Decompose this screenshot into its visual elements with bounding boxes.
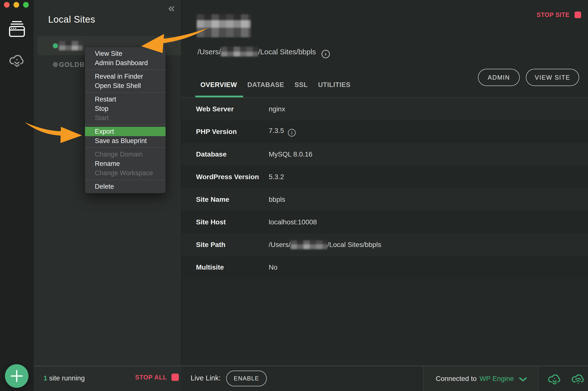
stop-site-button[interactable]: STOP SITE (537, 11, 581, 18)
row-value: 5.3.2 (269, 173, 284, 181)
view-site-button[interactable]: VIEW SITE (526, 69, 579, 86)
row-label: Site Path (196, 241, 225, 249)
live-link-label: Live Link: (191, 374, 221, 382)
site-title-redacted (197, 14, 251, 37)
row-label: Web Server (196, 105, 234, 113)
row-label: Site Host (196, 218, 226, 226)
app-sidebar (0, 0, 34, 391)
zoom-window-button[interactable] (23, 2, 29, 8)
row-value: bbpls (269, 196, 285, 203)
menu-item-save-as-blueprint[interactable]: Save as Blueprint (85, 136, 165, 145)
site-tabs: OVERVIEW DATABASE SSL UTILITIES (200, 81, 351, 96)
menu-item-restart[interactable]: Restart (85, 95, 165, 104)
path-suffix: /Local Sites/bbpls (258, 48, 316, 56)
menu-item-delete[interactable]: Delete (85, 182, 165, 191)
menu-item-export[interactable]: Export (85, 127, 165, 136)
connected-prefix: Connected to (436, 375, 477, 383)
site-context-menu: View Site Admin Dashboard Reveal in Find… (85, 47, 166, 194)
sites-footer-bar: 1 site running STOP ALL (34, 366, 181, 391)
menu-item-reveal-in-finder[interactable]: Reveal in Finder (85, 72, 165, 81)
menu-item-change-domain: Change Domain (85, 150, 165, 159)
overview-table: Web Server nginx PHP Version 7.3.5i Data… (181, 98, 588, 279)
running-text: site running (47, 374, 85, 382)
row-value: localhost:10008 (269, 218, 317, 226)
connect-nav-icon[interactable] (9, 52, 25, 68)
menu-item-open-site-shell[interactable]: Open Site Shell (85, 81, 165, 91)
site-detail-content: STOP SITE /Users//Local Sites/bbpls › OV… (181, 0, 588, 391)
site-name-redacted (59, 41, 82, 50)
panel-title: Local Sites (48, 14, 95, 25)
minimize-window-button[interactable] (13, 2, 19, 8)
table-row: Multisite No (181, 256, 588, 279)
connected-account[interactable]: Connected to WP Engine (424, 366, 538, 391)
menu-item-change-workspace: Change Workspace (85, 168, 165, 178)
row-label: Multisite (196, 264, 224, 271)
local-sites-nav-icon[interactable] (9, 21, 25, 37)
footer-divider (538, 366, 538, 391)
stop-all-label: STOP ALL (135, 374, 167, 381)
running-count: 1 (43, 374, 47, 382)
menu-item-view-site[interactable]: View Site (85, 49, 165, 58)
stop-square-icon (171, 374, 179, 381)
stop-site-label: STOP SITE (537, 11, 570, 18)
menu-item-start: Start (85, 113, 165, 123)
table-row: WordPress Version 5.3.2 (181, 166, 588, 188)
close-window-button[interactable] (4, 2, 9, 8)
sites-window-icon (9, 21, 25, 37)
plus-icon (10, 370, 23, 383)
site-path-breadcrumb: /Users//Local Sites/bbpls › (198, 47, 330, 58)
site-running-dot (53, 43, 58, 48)
menu-item-stop[interactable]: Stop (85, 104, 165, 113)
cloud-download-icon (9, 52, 25, 68)
row-label: Site Name (196, 196, 229, 203)
username-redacted (291, 240, 327, 249)
table-row: Web Server nginx (181, 98, 588, 120)
tab-overview[interactable]: OVERVIEW (200, 81, 237, 96)
table-row: PHP Version 7.3.5i (181, 120, 588, 143)
live-link-enable-button[interactable]: ENABLE (226, 371, 267, 386)
main-footer-bar: Live Link: ENABLE Connected to WP Engine (181, 366, 588, 391)
site-stopped-dot (53, 62, 58, 67)
php-info-icon[interactable]: i (288, 129, 296, 137)
row-label: PHP Version (196, 128, 237, 136)
path-prefix: /Users/ (198, 48, 221, 56)
table-row: Database MySQL 8.0.16 (181, 143, 588, 166)
stop-square-icon (575, 11, 581, 18)
row-label: WordPress Version (196, 173, 259, 181)
row-value: MySQL 8.0.16 (269, 150, 312, 158)
window-controls (4, 2, 29, 8)
site-name-label: GOLDB (59, 61, 85, 69)
table-row: Site Host localhost:10008 (181, 211, 588, 233)
tab-utilities[interactable]: UTILITIES (318, 81, 351, 96)
menu-item-admin-dashboard[interactable]: Admin Dashboard (85, 58, 165, 68)
chevron-down-icon (519, 377, 527, 382)
open-path-icon[interactable]: › (321, 50, 330, 58)
connected-provider: WP Engine (480, 375, 514, 383)
admin-button[interactable]: ADMIN (478, 69, 520, 86)
add-site-button[interactable] (5, 364, 28, 388)
stop-all-button[interactable]: STOP ALL (135, 374, 179, 381)
tab-database[interactable]: DATABASE (247, 81, 284, 96)
collapse-panel-icon[interactable]: « (168, 0, 175, 15)
table-row: Site Name bbpls (181, 188, 588, 211)
username-redacted (221, 47, 258, 57)
row-value: /Users//Local Sites/bbpls (269, 240, 381, 249)
table-row: Site Path /Users//Local Sites/bbpls (181, 233, 588, 256)
menu-item-rename[interactable]: Rename (85, 159, 165, 168)
row-value: nginx (269, 105, 285, 113)
row-label: Database (196, 150, 227, 158)
cloud-push-icon[interactable] (571, 372, 585, 386)
sites-running-status: 1 site running (43, 374, 85, 382)
row-value: 7.3.5i (269, 127, 296, 137)
tab-ssl[interactable]: SSL (294, 81, 308, 96)
row-value: No (269, 264, 278, 271)
cloud-pull-icon[interactable] (548, 372, 562, 386)
cloud-sync-actions (548, 372, 585, 386)
